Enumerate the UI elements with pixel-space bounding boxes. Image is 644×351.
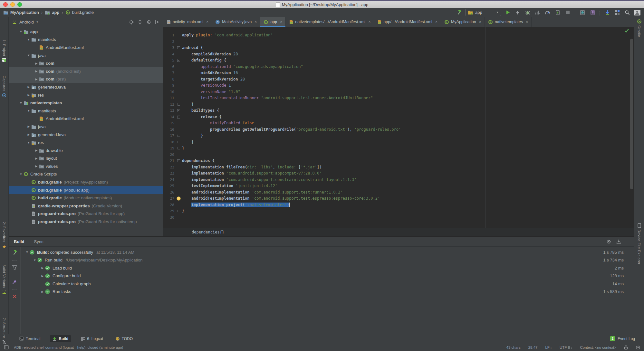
tree-toggle-icon[interactable]: ▼ — [18, 30, 24, 33]
window-controls[interactable] — [3, 2, 22, 7]
tree-item[interactable]: ▶com — [9, 59, 163, 67]
fold-marker-icon[interactable]: − — [177, 59, 180, 62]
build-tree-row[interactable]: ▼Build: completed successfullyat 11/5/18… — [21, 248, 634, 256]
tab-sync[interactable]: Sync — [34, 239, 43, 244]
tree-item[interactable]: ▼nativetemplates — [9, 99, 163, 107]
editor-tab[interactable]: <>activity_main.xml× — [163, 17, 212, 27]
code-area[interactable]: 1apply plugin: 'com.android.application'… — [163, 27, 634, 228]
editor-scrollbar[interactable] — [630, 39, 633, 189]
event-log-button[interactable]: 2 Event Log — [610, 336, 644, 341]
line-ending-select[interactable]: LF↕ — [545, 346, 552, 349]
tree-toggle-icon[interactable]: ▼ — [24, 251, 30, 254]
settings-dock-icon[interactable] — [616, 239, 621, 244]
fold-marker-icon[interactable]: − — [177, 109, 180, 112]
code-line[interactable]: 3−android { — [163, 45, 634, 51]
build-hammer-icon[interactable] — [455, 9, 462, 16]
tree-toggle-icon[interactable]: ▼ — [26, 141, 31, 144]
fold-end-icon[interactable] — [178, 210, 180, 212]
editor-tab[interactable]: app/.../AndroidManifest.xml× — [374, 17, 441, 27]
tree-item[interactable]: ▼Gradle Scripts — [9, 170, 163, 178]
context-indicator[interactable]: Context: <no context> — [580, 346, 616, 349]
tree-item[interactable]: proguard-rules.pro(ProGuard Rules for ap… — [9, 210, 163, 218]
stop-icon[interactable] — [564, 9, 571, 16]
breadcrumb-module[interactable]: app — [45, 10, 59, 15]
code-line[interactable]: 10 versionName "1.0" — [163, 89, 634, 95]
code-line[interactable]: 30 — [163, 214, 634, 221]
code-line[interactable]: 24 implementation 'com.android.support.c… — [163, 177, 634, 183]
filter-icon[interactable] — [12, 265, 17, 270]
project-panel-header[interactable]: Android ▼ — [9, 17, 163, 27]
tree-item[interactable]: ▶generatedJava — [9, 131, 163, 139]
gradle-status-icon[interactable] — [636, 345, 640, 350]
tree-item[interactable]: ▶layout — [9, 155, 163, 163]
apply-changes-icon[interactable] — [514, 9, 521, 16]
run-configuration-select[interactable]: app ▼ — [465, 9, 501, 16]
inspections-ok-icon[interactable] — [624, 29, 629, 33]
user-avatar-icon[interactable] — [634, 9, 641, 16]
gear-icon[interactable] — [146, 20, 151, 24]
tree-toggle-icon[interactable]: ▶ — [34, 70, 39, 73]
minimize-window-icon[interactable] — [10, 2, 15, 7]
tool-window-button[interactable]: 7: Structure — [0, 318, 8, 344]
locate-icon[interactable] — [129, 20, 134, 24]
editor-tab[interactable]: nativetemplates/.../AndroidManifest.xml× — [286, 17, 374, 27]
fold-marker-icon[interactable]: − — [177, 116, 180, 119]
profiler-icon[interactable] — [544, 9, 551, 16]
tree-item[interactable]: AndroidManifest.xml — [9, 43, 163, 52]
sync-icon[interactable] — [604, 9, 611, 16]
tree-toggle-icon[interactable]: ▼ — [18, 101, 24, 105]
code-line[interactable]: 27 androidTestImplementation 'com.androi… — [163, 195, 634, 202]
tree-item[interactable]: AndroidManifest.xml — [9, 115, 163, 123]
tree-toggle-icon[interactable]: ▶ — [40, 290, 45, 293]
code-line[interactable]: 20 — [163, 152, 634, 158]
code-line[interactable]: 25 testImplementation 'junit:junit:4.12' — [163, 183, 634, 189]
tree-toggle-icon[interactable]: ▼ — [32, 259, 37, 262]
code-line[interactable]: 1apply plugin: 'com.android.application' — [163, 32, 634, 39]
tree-item[interactable]: ▶com(androidTest) — [9, 67, 163, 75]
tree-item[interactable]: proguard-rules.pro(ProGuard Rules for na… — [9, 218, 163, 226]
tool-window-button[interactable]: Captures — [0, 76, 8, 98]
build-hammer-icon[interactable] — [12, 250, 17, 255]
tree-toggle-icon[interactable]: ▼ — [26, 109, 31, 112]
tool-window-button[interactable]: 2: Favorites★ — [0, 222, 8, 250]
code-line[interactable]: 12 } — [163, 101, 634, 108]
tree-item[interactable]: ▼manifests — [9, 36, 163, 44]
close-tab-icon[interactable]: × — [255, 20, 257, 24]
tool-window-button-terminal[interactable]: Terminal — [17, 335, 43, 342]
code-line[interactable]: 2 — [163, 39, 634, 45]
tab-build[interactable]: Build — [14, 239, 24, 244]
code-line[interactable]: 18 } — [163, 139, 634, 146]
code-line[interactable]: 23 implementation 'com.android.support:a… — [163, 170, 634, 177]
build-tree-row[interactable]: Calculate task graph14 ms — [21, 280, 634, 288]
tree-toggle-icon[interactable]: ▶ — [34, 78, 39, 81]
hide-panel-icon[interactable] — [155, 20, 160, 24]
debug-icon[interactable] — [524, 9, 531, 16]
code-line[interactable]: 19} — [163, 145, 634, 152]
fold-end-icon[interactable] — [178, 141, 180, 143]
fold-end-icon[interactable] — [178, 103, 180, 106]
close-tab-icon[interactable]: × — [206, 20, 208, 24]
code-line[interactable]: 7 minSdkVersion 16 — [163, 70, 634, 76]
project-view-selector[interactable]: Android — [19, 20, 34, 24]
sdk-manager-icon[interactable] — [589, 9, 596, 16]
tool-window-button[interactable]: Gradle — [634, 19, 644, 37]
profile-icon[interactable] — [534, 9, 541, 16]
avd-manager-icon[interactable] — [579, 9, 586, 16]
breadcrumb-project[interactable]: MyApplication — [3, 10, 39, 15]
tree-item[interactable]: ▼res — [9, 138, 163, 147]
tree-item[interactable]: ▼java — [9, 52, 163, 60]
code-line[interactable]: 9 versionCode 1 — [163, 82, 634, 89]
tree-item[interactable]: ▶res — [9, 91, 163, 99]
fold-marker-icon[interactable]: − — [177, 46, 180, 49]
pin-icon[interactable] — [12, 280, 17, 284]
tree-item[interactable]: build.gradle(Project: MyApplication) — [9, 178, 163, 186]
code-line[interactable]: 13− buildTypes { — [163, 108, 634, 114]
search-icon[interactable] — [624, 9, 631, 16]
build-tree-row[interactable]: ▶Load build2 ms — [21, 264, 634, 272]
code-line[interactable]: 8 targetSdkVersion 28 — [163, 76, 634, 83]
breadcrumb-file[interactable]: build.gradle — [65, 10, 94, 15]
encoding-select[interactable]: UTF-8↕ — [560, 346, 572, 349]
tree-item[interactable]: ▶values — [9, 162, 163, 170]
build-tree-row[interactable]: ▶Configure build128 ms — [21, 272, 634, 280]
fold-end-icon[interactable] — [178, 135, 180, 137]
